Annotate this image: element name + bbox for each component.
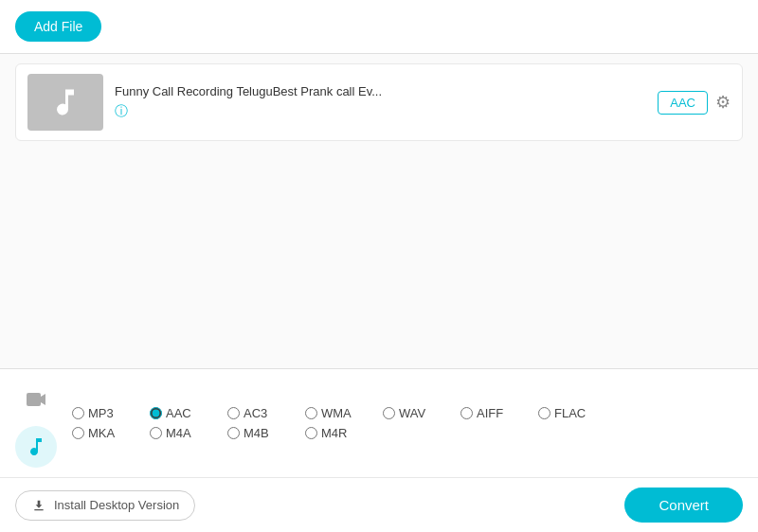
install-desktop-button[interactable]: Install Desktop Version xyxy=(15,490,195,521)
bottom-actions: Install Desktop Version Convert xyxy=(0,477,758,532)
format-type-icons xyxy=(15,379,57,468)
format-ac3[interactable]: AC3 xyxy=(227,406,294,420)
file-thumbnail xyxy=(27,74,103,131)
format-mp3[interactable]: MP3 xyxy=(72,406,138,420)
convert-button[interactable]: Convert xyxy=(624,488,743,523)
music-note-icon xyxy=(48,85,82,119)
format-row-line-1: MP3 AAC AC3 WMA WAV AIFF F xyxy=(72,406,605,420)
format-row-line-2: MKA M4A M4B M4R xyxy=(72,426,605,440)
format-wav[interactable]: WAV xyxy=(383,406,449,420)
video-type-button[interactable] xyxy=(15,379,57,420)
format-badge-button[interactable]: AAC xyxy=(658,91,708,115)
download-icon xyxy=(31,498,46,513)
info-icon[interactable]: ⓘ xyxy=(115,103,128,118)
format-aiff[interactable]: AIFF xyxy=(460,406,527,420)
top-bar: Add File xyxy=(0,0,758,54)
svg-point-2 xyxy=(32,452,36,455)
add-file-button[interactable]: Add File xyxy=(15,11,101,42)
install-label: Install Desktop Version xyxy=(54,498,179,512)
file-item: Funny Call Recording TeluguBest Prank ca… xyxy=(15,63,743,141)
format-m4b[interactable]: M4B xyxy=(227,426,294,440)
format-wma[interactable]: WMA xyxy=(305,406,371,420)
video-icon xyxy=(25,388,47,411)
format-mka[interactable]: MKA xyxy=(72,426,138,440)
format-options: MP3 AAC AC3 WMA WAV AIFF F xyxy=(72,406,605,440)
file-actions: AAC ⚙ xyxy=(658,91,731,115)
format-m4r[interactable]: M4R xyxy=(305,426,371,440)
file-info: Funny Call Recording TeluguBest Prank ca… xyxy=(115,84,646,120)
file-list-area: Funny Call Recording TeluguBest Prank ca… xyxy=(0,54,758,368)
svg-marker-1 xyxy=(41,394,45,405)
audio-icon xyxy=(25,435,47,458)
audio-type-button[interactable] xyxy=(15,426,57,468)
format-row: MP3 AAC AC3 WMA WAV AIFF F xyxy=(15,379,743,468)
format-aac[interactable]: AAC xyxy=(150,406,216,420)
settings-icon[interactable]: ⚙ xyxy=(715,92,731,113)
file-name: Funny Call Recording TeluguBest Prank ca… xyxy=(115,84,646,98)
format-m4a[interactable]: M4A xyxy=(150,426,216,440)
format-flac[interactable]: FLAC xyxy=(538,406,605,420)
svg-rect-0 xyxy=(27,393,41,406)
format-panel: MP3 AAC AC3 WMA WAV AIFF F xyxy=(0,368,758,477)
